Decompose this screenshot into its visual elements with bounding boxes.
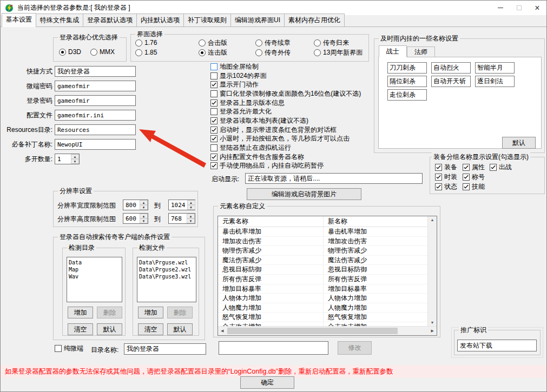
rename-input[interactable] [219,341,328,355]
minimize-button[interactable] [491,1,510,15]
detect-file-clear-button[interactable]: 清空 [138,323,163,335]
table-row[interactable]: 所有伤害反弹所有伤害反弹 [218,275,427,284]
list-item[interactable]: Map [69,266,120,273]
option-checkbox-12[interactable]: 手动使用物品后，内挂自动吃药暂停 [210,162,324,170]
option-checkbox-6[interactable]: 登录器允许最大化 [210,108,272,116]
equip-checkbox-3-1[interactable]: 状态 [435,183,457,191]
list-item[interactable]: Wav [69,273,120,280]
interface-option-3[interactable]: 传奇续章 [255,38,291,47]
table-row[interactable]: 怒气恢复增加怒气恢复增加 [218,313,427,322]
spin-down-icon[interactable]: ▼ [187,218,195,223]
option-checkbox-1[interactable]: 地图全屏绘制 [210,63,259,71]
option-checkbox-11[interactable]: 内挂配置文件包含服务器名称 [210,153,304,161]
detect-dir-default-button[interactable]: 默认 [97,323,122,335]
spin-up-icon[interactable]: ▲ [187,200,195,205]
table-row[interactable]: 人物体力增加人物体力增加 [218,294,427,303]
equip-checkbox-2-2[interactable]: 称号 [463,173,485,181]
table-row[interactable]: 增加攻击伤害增加攻击伤害 [218,237,427,247]
detect-dir-add-button[interactable]: 增加 [68,307,93,318]
skill-input-2[interactable] [431,62,471,74]
detect-file-default-button[interactable]: 默认 [167,323,193,335]
res-width-max-spinner[interactable]: 1024▲▼ [168,200,195,210]
equip-checkbox-2-1[interactable]: 时装 [435,173,457,181]
option-checkbox-5[interactable]: 登录器上显示版本信息 [210,99,285,107]
list-item[interactable]: Data\Prguse2.wzl [139,266,194,273]
plugin-tab-1[interactable]: 战士 [379,45,407,57]
spin-down-icon[interactable]: ▼ [187,205,195,210]
config-file-input[interactable] [55,110,136,121]
option-checkbox-9[interactable]: 小退时，开始按钮灰色，等几秒后才可以点击 [210,135,350,143]
edit-bg-button[interactable]: 编辑游戏启动背景图片 [247,188,361,200]
horizontal-scrollbar[interactable]: ◀ ▶ [218,326,437,335]
option-checkbox-7[interactable]: 登录器读取本地列表(建议不选) [210,117,308,125]
option-checkbox-4[interactable]: 窗口化登录强制修改桌面颜色为16位色(建议不选) [210,90,361,98]
pure-micro-checkbox[interactable]: 纯微端 [55,344,83,353]
shortcut-input[interactable] [55,66,136,77]
startup-display-input[interactable] [245,173,423,184]
interface-option-8[interactable]: 13周年新界面 [314,48,363,57]
interface-option-2[interactable]: 合击版 [199,38,227,47]
detect-dir-listbox[interactable]: DataMapWav [67,257,122,302]
skill-input-6[interactable] [475,76,515,87]
res-height-min-spinner[interactable]: 600▲▼ [123,213,148,224]
option-checkbox-10[interactable]: 登陆器禁止在虚拟机运行 [210,144,291,152]
list-item[interactable]: Data\Prguse.wzl [139,259,194,266]
tab-2[interactable]: 特殊文件集成 [36,14,83,26]
promo-input[interactable] [457,340,537,351]
tab-1[interactable]: 基本设置 [2,13,36,27]
equip-checkbox-1-3[interactable]: 出战 [490,163,512,171]
dir-name-input[interactable] [124,343,206,355]
tab-7[interactable]: 素材内存占用优化 [284,14,345,26]
list-item[interactable]: Data\Prguse3.wzl [139,273,194,280]
plugin-tab-2[interactable]: 法师 [407,46,435,57]
tab-4[interactable]: 内挂默认选项 [136,14,184,26]
spin-up-icon[interactable]: ▲ [187,214,195,218]
detect-dir-clear-button[interactable]: 清空 [68,323,93,335]
maximize-button[interactable] [510,1,528,15]
skill-input-1[interactable] [387,62,427,74]
table-row[interactable]: 物理伤害减少物理伤害减少 [218,246,427,256]
spin-down-icon[interactable]: ▼ [140,218,148,223]
spin-up-icon[interactable]: ▲ [140,214,148,218]
tab-5[interactable]: 补丁读取规则 [183,14,231,26]
res-height-max-spinner[interactable]: 768▲▼ [168,213,195,224]
table-row[interactable]: 忽视目标防御忽视目标防御 [218,265,427,275]
tab-6[interactable]: 编辑游戏界面UI [230,14,285,26]
interface-option-1[interactable]: 1.76 [135,38,157,47]
table-row[interactable]: 魔法伤害减少魔法伤害减少 [218,256,427,265]
tab-3[interactable]: 登录器默认选项 [83,14,137,26]
micro-password-input[interactable] [55,81,136,91]
interface-option-4[interactable]: 传奇归来 [314,38,349,47]
multi-open-spinner[interactable]: 1▲▼ [55,154,80,164]
plugin-default-button[interactable]: 默认 [502,137,536,149]
core-option-1[interactable]: D3D [59,48,81,56]
spin-down-icon[interactable]: ▼ [71,159,79,164]
patch-name-input[interactable] [55,139,136,150]
skill-input-4[interactable] [387,76,427,87]
core-option-2[interactable]: MMX [90,48,115,56]
scrollbar-thumb[interactable] [227,328,398,334]
login-password-input[interactable] [55,95,136,106]
close-button[interactable]: × [528,1,546,15]
skill-input-5[interactable] [431,76,471,87]
res-width-min-spinner[interactable]: 800▲▼ [123,200,148,210]
spin-up-icon[interactable]: ▲ [140,200,148,205]
resources-dir-input[interactable] [55,124,136,135]
equip-checkbox-1-2[interactable]: 属性 [463,163,485,171]
table-row[interactable]: 人物魔力增加人物魔力增加 [218,303,427,313]
detect-file-add-button[interactable]: 增加 [138,307,163,318]
spin-up-icon[interactable]: ▲ [71,154,79,159]
table-row[interactable]: 增加目标暴率增加目标暴率 [218,284,427,294]
list-item[interactable]: Data [69,259,120,266]
table-row[interactable]: 合击攻击增加合击攻击增加 [218,322,427,326]
ok-button[interactable]: 确定 [240,376,294,389]
equip-checkbox-3-2[interactable]: 技能 [463,183,485,191]
interface-option-7[interactable]: 传奇外传 [255,48,291,57]
equip-checkbox-1-1[interactable]: 装备 [435,163,457,171]
vertical-scrollbar[interactable]: ▲ ▼ [427,216,437,326]
table-row[interactable]: 暴击机率增加暴击机率增加 [218,227,427,237]
detect-file-listbox[interactable]: Data\Prguse.wzlData\Prguse2.wzlData\Prgu… [137,257,196,302]
skill-input-7[interactable] [387,89,427,101]
interface-option-6[interactable]: 连击版 [199,48,227,57]
interface-option-5[interactable]: 1.85 [135,48,157,57]
